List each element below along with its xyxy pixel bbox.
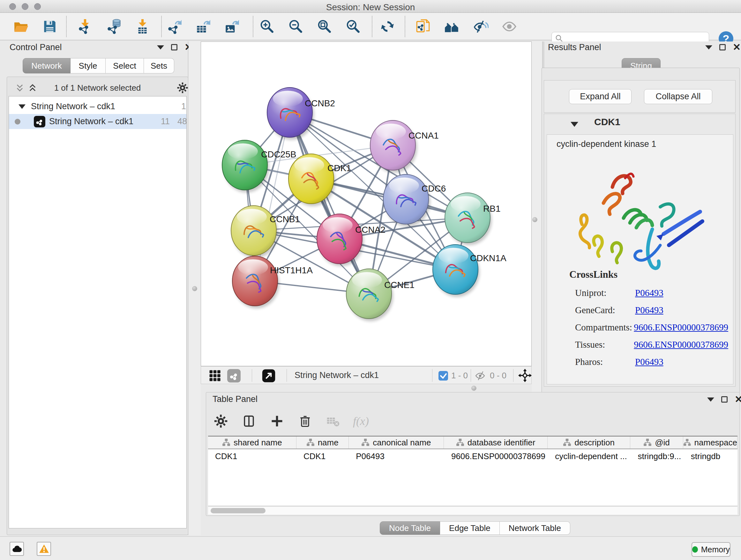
export-table-button[interactable] [195,18,211,35]
network-node-ccnb2[interactable] [267,87,314,140]
network-node-hist1h1a[interactable] [232,256,279,308]
open-session-button[interactable] [13,18,29,35]
network-view-title: String Network – cdk1 [294,370,379,380]
tab-edge-table[interactable]: Edge Table [440,521,500,535]
node-label-ccnb2: CCNB2 [305,98,335,108]
column-header-namespace[interactable]: namespace [683,436,738,449]
crosslink-link[interactable]: 9606.ENSP00000378699 [634,322,728,333]
column-header-name[interactable]: name [296,436,349,449]
column-header--id[interactable]: @id [630,436,683,449]
show-columns-icon[interactable] [241,413,257,429]
tab-select[interactable]: Select [106,58,144,73]
grid-view-icon[interactable] [208,369,222,384]
table-panel-float-icon[interactable] [721,396,728,402]
network-overview-button[interactable] [444,18,460,35]
table-row[interactable]: CDK1CDK1P064939606.ENSP00000378699cyclin… [208,449,738,463]
export-network-button[interactable] [166,18,183,35]
network-node-cdc6[interactable] [383,174,430,227]
node-label-ccna2: CCNA2 [355,225,386,235]
hidden-eye-slash-icon[interactable] [475,370,486,383]
tab-style[interactable]: Style [71,58,106,73]
collection-expander-icon[interactable] [18,104,25,109]
import-table-from-file-button[interactable] [134,18,151,35]
toolbar-separator [405,16,405,37]
apply-layout-button[interactable] [379,18,396,35]
splitter-handle[interactable] [471,386,476,391]
column-header-database-identifier[interactable]: database identifier [444,436,548,449]
node-label-cdk1: CDK1 [327,163,351,173]
column-header-canonical-name[interactable]: canonical name [349,436,444,449]
scrollbar-thumb[interactable] [211,508,266,513]
export-image-button[interactable] [223,18,240,35]
zoom-in-button[interactable] [259,18,275,35]
import-network-from-database-button[interactable] [105,18,122,35]
tab-node-table[interactable]: Node Table [380,521,440,535]
import-network-from-file-button[interactable] [77,18,93,35]
network-node-cdc25b[interactable] [222,140,269,192]
network-collection-row[interactable]: String Network – cdk1 1 [9,99,186,114]
control-panel-menu-icon[interactable] [157,45,164,50]
network-node-rb1[interactable] [445,193,492,245]
results-panel-close-icon[interactable]: ✕ [733,44,741,51]
tab-network[interactable]: Network [23,58,71,73]
splitter-handle[interactable] [532,217,537,222]
table-options-gear-icon[interactable] [212,413,229,429]
results-panel: Results Panel ✕ String Expand All Collap… [544,42,741,396]
table-panel-close-icon[interactable]: ✕ [735,396,741,402]
network-options-gear-icon[interactable] [177,82,188,94]
protein-expander-icon[interactable] [570,122,578,127]
column-header-shared-name[interactable]: shared name [208,436,296,449]
collapse-all-button[interactable]: Collapse All [644,89,712,104]
crosslink-link[interactable]: P06493 [635,357,664,367]
crosslink-link[interactable]: P06493 [635,305,664,315]
selected-checkbox-icon[interactable] [439,371,448,382]
table-type-tabs: Node TableEdge TableNetwork Table [380,521,570,535]
crosslink-link[interactable]: P06493 [635,288,664,298]
table-cell: CDK1 [296,449,349,463]
tab-sets[interactable]: Sets [144,58,174,73]
node-label-ccnb1: CCNB1 [270,214,300,224]
table-horizontal-scrollbar[interactable] [208,506,738,515]
network-node-ccnb1[interactable] [231,206,278,258]
results-panel-float-icon[interactable] [719,44,726,51]
network-node-ccna2[interactable] [317,214,364,266]
table-cell: stringdb [684,449,738,463]
memory-button[interactable]: Memory [691,542,731,557]
network-canvas[interactable]: CCNB2CCNA1CDC25BCDK1CDC6RB1CCNB1CCNA2CDK… [201,42,532,366]
tab-network-table[interactable]: Network Table [500,521,570,535]
string-view-icon[interactable] [227,369,241,382]
network-node-ccne1[interactable] [346,269,393,321]
expand-all-button[interactable]: Expand All [569,89,631,104]
expand-all-icon[interactable] [28,83,37,92]
zoom-fit-content-button[interactable] [316,18,333,35]
network-edge-count: 48 [178,117,187,126]
add-column-icon[interactable] [269,413,285,429]
vertical-splitter-left[interactable] [189,42,201,535]
crosslink-label: Tissues: [575,339,634,350]
crosslink-link[interactable]: 9606.ENSP00000378699 [634,339,728,350]
control-panel-float-icon[interactable] [171,44,178,51]
delete-column-trash-icon[interactable] [297,413,313,429]
results-panel-menu-icon[interactable] [705,45,712,50]
zoom-out-button[interactable] [287,18,304,35]
warnings-button[interactable] [37,542,51,556]
column-header-description[interactable]: description [548,436,630,449]
pan-crosshair-icon[interactable] [518,368,532,384]
results-buttons-box: Expand All Collapse All [544,80,736,113]
hide-graphics-details-button[interactable] [472,18,489,35]
collapse-all-icon[interactable] [15,83,24,92]
cloud-status-button[interactable] [10,542,24,556]
node-label-rb1: RB1 [483,204,500,213]
splitter-handle[interactable] [192,286,197,291]
table-panel-menu-icon[interactable] [707,397,714,401]
window-title: Session: New Session [0,2,741,12]
save-session-button[interactable] [42,18,58,35]
clone-network-button[interactable] [415,18,431,35]
network-node-cdkn1a[interactable] [433,245,480,297]
network-row-selected[interactable]: String Network – cdk1 11 48 [9,114,186,129]
zoom-selected-button[interactable] [345,18,361,35]
control-panel: Control Panel ✕ NetworkStyleSelectSets 1… [0,42,188,535]
network-node-cdk1[interactable] [288,154,335,206]
open-in-window-icon[interactable] [262,369,276,384]
network-tab-content: 1 of 1 Network selected String Network –… [7,77,188,535]
